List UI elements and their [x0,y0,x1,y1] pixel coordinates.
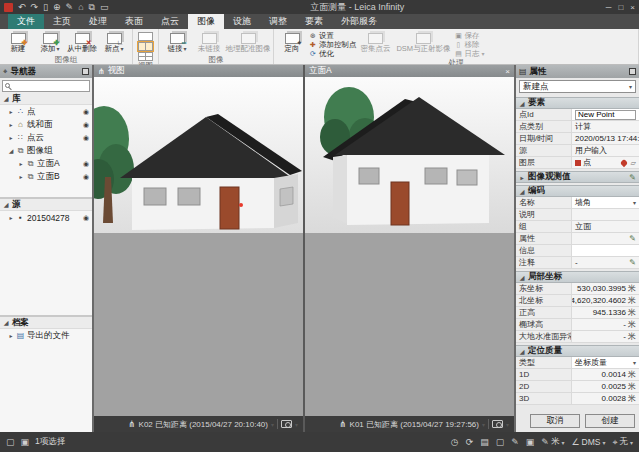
tree-item-facade-a[interactable]: ▸ ⧉ 立面A ◉ [0,157,92,170]
visibility-eye-icon[interactable]: ◉ [83,214,89,222]
section-local-coordinates-header[interactable]: ◢ 局部坐标 [516,271,639,283]
remove-button[interactable]: ▯ 移除 [455,41,485,49]
add-icon[interactable]: ⊕ [53,2,61,12]
redo-icon[interactable]: ↷ [31,2,39,12]
new-point-button[interactable]: ∟ 新点▾ [99,30,129,53]
visibility-eye-icon[interactable]: ◉ [83,134,89,142]
tab-imaging[interactable]: 图像 [188,14,224,29]
object-type-select[interactable]: 新建点 ▾ [519,80,636,93]
station-label[interactable]: K02 已知距离 (2015/04/27 20:10:40) [139,419,268,430]
code-name-select[interactable]: 墙角 ▾ [572,197,639,208]
close-button[interactable]: × [630,3,635,12]
section-coding-header[interactable]: ◢ 编码 [516,185,639,197]
home-icon[interactable]: ⌂ [78,2,83,12]
quality-type-select[interactable]: 坐标质量 ▾ [572,357,639,368]
visibility-eye-icon[interactable]: ◉ [83,173,89,181]
new-image-group-button[interactable]: ✚ 新建 [3,30,33,53]
georeference-image-button[interactable]: 地理配准图像 [226,30,270,53]
snap-icon[interactable]: ▣ [21,437,30,447]
tab-external-services[interactable]: 外部服务 [332,14,386,29]
pin-icon[interactable] [629,68,636,75]
log-button[interactable]: ▤ 日志 ▾ [455,50,485,58]
pin-icon[interactable] [82,68,89,75]
minimize-button[interactable]: ─ [606,3,612,12]
edit-pencil-icon[interactable]: ✎ [629,173,636,182]
cancel-button[interactable]: 取消 [530,414,580,428]
settings-button[interactable]: ⊛ 设置 [309,32,357,40]
viewport-3d-header[interactable]: ⋔ 视图 [94,65,303,77]
delete-icon[interactable]: ▯ [43,2,48,12]
camera-dropdown[interactable]: ▾ [506,421,509,428]
edit-icon[interactable]: ✎ [66,2,74,12]
tab-features[interactable]: 要素 [296,14,332,29]
unit-selector[interactable]: ✎ 米 ▾ [541,436,564,448]
tree-item-pointcloud[interactable]: ▸ ∷ 点云 ◉ [0,131,92,144]
layout-two-pane-button[interactable] [138,42,153,51]
list-icon[interactable]: ▤ [480,437,489,447]
layout-icon[interactable]: ▭ [100,2,109,12]
time-icon[interactable]: ◷ [451,437,459,447]
tab-home[interactable]: 主页 [44,14,80,29]
angle-unit-selector[interactable]: ∠ DMS ▾ [571,437,605,447]
section-source[interactable]: ◢ 源 [0,199,92,211]
tree-item-lines-areas[interactable]: ▸ ⌂ 线和面 ◉ [0,118,92,131]
navigator-search[interactable] [2,80,90,92]
unlink-button[interactable]: 未链接 [194,30,224,53]
camera-dropdown[interactable]: ▾ [295,421,298,428]
tree-item-exported-files[interactable]: ▸ ▤ 导出的文件 [0,329,92,342]
tree-item-image-groups[interactable]: ◢ ⧉ 图像组 [0,144,92,157]
link-button[interactable]: ∞ 链接▾ [162,30,192,53]
refresh-icon[interactable]: ⟳ [466,437,474,447]
undo-icon[interactable]: ↶ [18,2,26,12]
layout-single-button[interactable] [138,32,153,41]
save-button[interactable]: ▣ 保存 [455,32,485,40]
polygon-icon[interactable]: ▱ [631,159,636,167]
tab-file[interactable]: 文件 [8,14,44,29]
section-archive[interactable]: ◢ 档案 [0,317,92,329]
edit-pencil-icon[interactable]: ✎ [629,258,636,267]
tab-adjustment[interactable]: 调整 [260,14,296,29]
tree-item-source-job[interactable]: ▸ ▪ 201504278 ◉ [0,211,92,224]
tab-processing[interactable]: 处理 [80,14,116,29]
add-control-point-button[interactable]: ✚ 添加控制点 [309,41,357,49]
viewport-3d-canvas[interactable] [94,77,303,416]
selection-mode-icon[interactable]: ▢ [6,437,15,447]
viewport-close-icon[interactable]: × [505,67,510,76]
station-label[interactable]: K01 已知距离 (2015/04/27 19:27:56) [350,419,479,430]
section-position-quality-header[interactable]: ◢ 定位质量 [516,345,639,357]
orient-button[interactable]: ⌖ 定向 [277,30,307,53]
station-dropdown[interactable]: ▾ [271,421,274,428]
info-input[interactable] [572,245,639,256]
viewport-facade-a-header[interactable]: 立面A × [305,65,514,77]
create-button[interactable]: 创建 [585,414,635,428]
messages-icon[interactable]: ▢ [496,437,505,447]
optimize-button[interactable]: ⟳ 优化 [309,50,357,58]
dense-point-cloud-button[interactable]: 密集点云 [359,30,393,53]
tab-surfaces[interactable]: 表面 [116,14,152,29]
station-dropdown[interactable]: ▾ [482,421,485,428]
add-images-button[interactable]: ✚ 添加▾ [35,30,65,53]
measure-icon[interactable]: ✎ [511,437,519,447]
tree-item-facade-b[interactable]: ▸ ⧉ 立面B ◉ [0,170,92,183]
tab-pointcloud[interactable]: 点云 [152,14,188,29]
edit-pencil-icon[interactable]: ✎ [629,234,636,243]
viewport-facade-a-canvas[interactable] [305,77,514,416]
dsm-ortho-button[interactable]: DSM与正射影像 [395,30,453,53]
camera-icon[interactable] [281,420,292,428]
camera-icon[interactable] [492,420,503,428]
layout-four-pane-button[interactable] [138,52,153,61]
maximize-button[interactable]: □ [618,3,623,12]
tree-item-points[interactable]: ▸ ∴ 点 ◉ [0,105,92,118]
media-icon[interactable]: ▣ [526,437,535,447]
export-icon[interactable]: ⧉ [89,2,95,12]
visibility-eye-icon[interactable]: ◉ [83,160,89,168]
gnss-selector[interactable]: ⌖ 无 ▾ [612,436,633,448]
visibility-eye-icon[interactable]: ◉ [83,121,89,129]
point-pin-icon[interactable] [619,158,627,166]
visibility-eye-icon[interactable]: ◉ [83,108,89,116]
section-essentials-header[interactable]: ◢ 要素 [516,97,639,109]
section-image-observations-header[interactable]: ▸ 图像观测值 ✎ [516,171,639,183]
point-id-input[interactable] [575,110,636,120]
section-library[interactable]: ◢ 库 [0,93,92,105]
tab-infrastructure[interactable]: 设施 [224,14,260,29]
